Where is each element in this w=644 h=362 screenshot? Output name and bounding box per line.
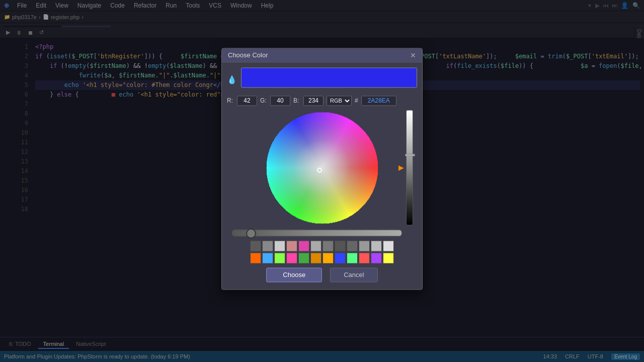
swatch-11[interactable] xyxy=(371,240,382,251)
swatch-1[interactable] xyxy=(250,240,261,251)
g-input[interactable] xyxy=(270,96,290,106)
swatch-12[interactable] xyxy=(383,240,394,251)
swatches-row-2 xyxy=(227,252,417,263)
hue-slider[interactable] xyxy=(232,229,402,236)
hue-thumb[interactable] xyxy=(246,228,256,238)
b-input[interactable] xyxy=(303,96,324,106)
swatch-3[interactable] xyxy=(274,240,285,251)
swatch-13[interactable] xyxy=(250,252,261,263)
swatch-7[interactable] xyxy=(323,240,334,251)
dialog-title: Choose Color xyxy=(228,51,268,59)
color-wheel-container[interactable]: ▶ xyxy=(227,110,417,225)
b-label: B: xyxy=(293,97,302,104)
dialog-body: 💧 R: G: B: RGB HSB xyxy=(222,62,422,289)
swatch-16[interactable] xyxy=(286,252,297,263)
brightness-thumb[interactable] xyxy=(405,154,415,156)
swatch-9[interactable] xyxy=(347,240,358,251)
swatch-4[interactable] xyxy=(286,240,297,251)
swatch-24[interactable] xyxy=(383,252,394,263)
swatch-8[interactable] xyxy=(335,240,346,251)
swatch-18[interactable] xyxy=(310,252,321,263)
swatch-14[interactable] xyxy=(262,252,273,263)
swatch-5[interactable] xyxy=(298,240,309,251)
swatch-22[interactable] xyxy=(359,252,370,263)
swatch-17[interactable] xyxy=(298,252,309,263)
swatch-23[interactable] xyxy=(371,252,382,263)
swatches-row-1 xyxy=(227,240,417,251)
color-preview xyxy=(241,67,417,87)
dialog-title-bar: Choose Color ✕ xyxy=(222,48,422,62)
hex-input[interactable] xyxy=(361,96,396,106)
swatch-15[interactable] xyxy=(274,252,285,263)
color-mode-select[interactable]: RGB HSB HSL xyxy=(327,96,352,106)
b-field: B: xyxy=(293,96,324,106)
rgb-inputs: R: G: B: RGB HSB HSL # xyxy=(227,96,417,106)
swatch-10[interactable] xyxy=(359,240,370,251)
swatch-20[interactable] xyxy=(335,252,346,263)
r-field: R: xyxy=(227,96,257,106)
eyedropper-button[interactable]: 💧 xyxy=(227,75,237,84)
modal-overlay: Choose Color ✕ 💧 R: G: B: xyxy=(0,0,644,362)
r-label: R: xyxy=(227,97,236,104)
swatch-2[interactable] xyxy=(262,240,273,251)
brightness-slider[interactable] xyxy=(406,110,413,225)
swatch-19[interactable] xyxy=(323,252,334,263)
choose-button[interactable]: Choose xyxy=(266,267,322,282)
cancel-button[interactable]: Cancel xyxy=(330,267,377,282)
dialog-close-button[interactable]: ✕ xyxy=(410,52,416,59)
swatch-6[interactable] xyxy=(310,240,321,251)
g-label: G: xyxy=(260,97,269,104)
wheel-arrow: ▶ xyxy=(398,163,404,171)
dialog-buttons: Choose Cancel xyxy=(227,264,417,284)
color-dialog: Choose Color ✕ 💧 R: G: B: xyxy=(221,48,423,290)
g-field: G: xyxy=(260,96,290,106)
color-wheel[interactable] xyxy=(264,110,380,225)
r-input[interactable] xyxy=(237,96,257,106)
swatch-21[interactable] xyxy=(347,252,358,263)
